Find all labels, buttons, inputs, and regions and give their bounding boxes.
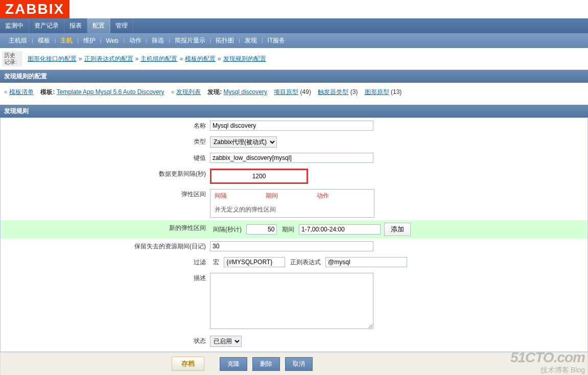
label-filter: 过滤 bbox=[1, 256, 210, 269]
watermark-small: 技术博客 bbox=[540, 366, 569, 374]
cancel-button[interactable]: 取消 bbox=[285, 357, 313, 371]
label-new-interval: 间隔(秒计) bbox=[210, 226, 245, 233]
flex-empty-msg: 并无定义的的弹性区间 bbox=[210, 202, 374, 217]
label-name: 名称 bbox=[1, 120, 210, 132]
label-regex: 正则表达式 bbox=[287, 259, 324, 266]
label-keep: 保留失去的资源期间(日记) bbox=[1, 240, 210, 253]
watermark-big: 51CTO.com bbox=[510, 349, 585, 366]
col-action: 动作 bbox=[313, 190, 364, 202]
description-textarea[interactable] bbox=[210, 273, 373, 329]
regex-input[interactable] bbox=[325, 257, 407, 267]
key-input[interactable] bbox=[210, 153, 373, 163]
sub-tab-4[interactable]: Web bbox=[101, 34, 123, 48]
breadcrumb: « 模板清单 模板: Template App Mysql 5.6 Auto D… bbox=[0, 83, 588, 102]
logo: ZABBIX bbox=[0, 0, 69, 18]
label-new-flex: 新的弹性区间 bbox=[1, 222, 210, 235]
main-tabs: 监测中资产记录报表配置管理 bbox=[0, 18, 588, 33]
chevron-right-icon: » bbox=[177, 55, 185, 62]
link-template-name[interactable]: Template App Mysql 5.6 Auto Discovery bbox=[57, 88, 164, 96]
sub-tab-2[interactable]: 主机 bbox=[56, 33, 77, 48]
new-interval-input[interactable] bbox=[246, 224, 277, 235]
chevron-right-icon: » bbox=[77, 55, 84, 62]
sub-tab-5[interactable]: 动作 bbox=[125, 33, 146, 48]
sub-tab-6[interactable]: 筛选 bbox=[147, 33, 169, 48]
page-title: 发现规则的配置 bbox=[0, 70, 588, 83]
interval-input[interactable] bbox=[210, 169, 308, 184]
delete-button[interactable]: 删除 bbox=[252, 357, 280, 371]
col-interval: 间隔 bbox=[210, 190, 262, 202]
label-status: 状态 bbox=[1, 335, 210, 347]
type-select[interactable]: Zabbix代理(被动式) bbox=[210, 136, 277, 148]
keep-input[interactable] bbox=[210, 241, 373, 251]
new-period-input[interactable] bbox=[299, 224, 381, 235]
col-period: 期间 bbox=[262, 190, 313, 202]
history-link-3[interactable]: 模板的配置 bbox=[185, 55, 216, 62]
sub-tab-10[interactable]: IT服务 bbox=[263, 33, 290, 48]
history-label: 历史记录: bbox=[2, 51, 22, 66]
label-new-period: 期间 bbox=[279, 226, 297, 233]
link-template-list[interactable]: 模板清单 bbox=[9, 88, 34, 96]
save-button[interactable]: 存档 bbox=[172, 357, 204, 371]
watermark: 51CTO.com 技术博客 Blog bbox=[510, 349, 585, 375]
history-links: 图形化接口的配置»正则表达式的配置»主机组的配置»模板的配置»发现规则的配置 bbox=[22, 55, 266, 63]
sub-tab-0[interactable]: 主机组 bbox=[4, 33, 32, 48]
sub-tab-1[interactable]: 模板 bbox=[33, 33, 55, 48]
main-tab-4[interactable]: 管理 bbox=[110, 18, 133, 33]
history-link-1[interactable]: 正则表达式的配置 bbox=[84, 55, 133, 62]
count-item-prototypes: (49) bbox=[300, 88, 311, 96]
status-select[interactable]: 已启用 bbox=[210, 336, 242, 347]
macro-input[interactable] bbox=[224, 257, 285, 267]
label-discovery: 发现: bbox=[207, 88, 222, 96]
count-graph-prototypes: (13) bbox=[391, 88, 402, 96]
discovery-form: 名称 类型 Zabbix代理(被动式) 键值 数据更新间隔(秒) 弹性区间 间隔… bbox=[0, 118, 588, 352]
add-flex-button[interactable]: 添加 bbox=[384, 223, 411, 236]
label-flex: 弹性区间 bbox=[1, 188, 210, 201]
chevron-right-icon: » bbox=[133, 55, 141, 62]
section-title: 发现规则 bbox=[0, 105, 588, 118]
chevron-left-icon: « bbox=[171, 88, 175, 96]
history-link-4[interactable]: 发现规则的配置 bbox=[223, 55, 266, 62]
link-trigger-prototypes[interactable]: 触发器类型 bbox=[318, 88, 348, 96]
link-item-prototypes[interactable]: 项目原型 bbox=[274, 88, 298, 96]
sub-tabs: 主机组|模板|主机|维护|Web|动作|筛选|简报片显示|拓扑图|发现|IT服务 bbox=[0, 33, 588, 48]
chevron-right-icon: » bbox=[216, 55, 223, 62]
label-macro: 宏 bbox=[210, 259, 222, 266]
label-key: 键值 bbox=[1, 152, 210, 165]
button-bar: 存档 克隆 删除 取消 bbox=[0, 352, 588, 375]
link-discovery-list[interactable]: 发现列表 bbox=[176, 88, 201, 96]
chevron-left-icon: « bbox=[4, 88, 8, 96]
sub-tab-7[interactable]: 简报片显示 bbox=[170, 33, 210, 48]
main-tab-3[interactable]: 配置 bbox=[87, 18, 110, 33]
history-bar: 历史记录: 图形化接口的配置»正则表达式的配置»主机组的配置»模板的配置»发现规… bbox=[0, 48, 588, 70]
label-description: 描述 bbox=[1, 272, 210, 285]
history-link-2[interactable]: 主机组的配置 bbox=[140, 55, 177, 62]
sub-tab-3[interactable]: 维护 bbox=[79, 33, 100, 48]
flex-intervals-table: 间隔 期间 动作 并无定义的的弹性区间 bbox=[210, 189, 374, 218]
main-tab-0[interactable]: 监测中 bbox=[0, 18, 29, 33]
clone-button[interactable]: 克隆 bbox=[220, 357, 247, 371]
link-graph-prototypes[interactable]: 图形原型 bbox=[365, 88, 389, 96]
watermark-tag: Blog bbox=[571, 366, 585, 374]
main-tab-1[interactable]: 资产记录 bbox=[29, 18, 64, 33]
main-tab-2[interactable]: 报表 bbox=[64, 18, 87, 33]
label-interval: 数据更新间隔(秒) bbox=[1, 168, 210, 180]
label-type: 类型 bbox=[1, 135, 210, 148]
sub-tab-8[interactable]: 拓扑图 bbox=[211, 33, 239, 48]
label-template: 模板: bbox=[40, 88, 55, 96]
sub-tab-9[interactable]: 发现 bbox=[240, 33, 262, 48]
count-trigger-prototypes: (3) bbox=[350, 88, 358, 96]
history-link-0[interactable]: 图形化接口的配置 bbox=[28, 55, 77, 62]
link-discovery-name[interactable]: Mysql discovery bbox=[224, 88, 267, 96]
name-input[interactable] bbox=[210, 121, 373, 131]
